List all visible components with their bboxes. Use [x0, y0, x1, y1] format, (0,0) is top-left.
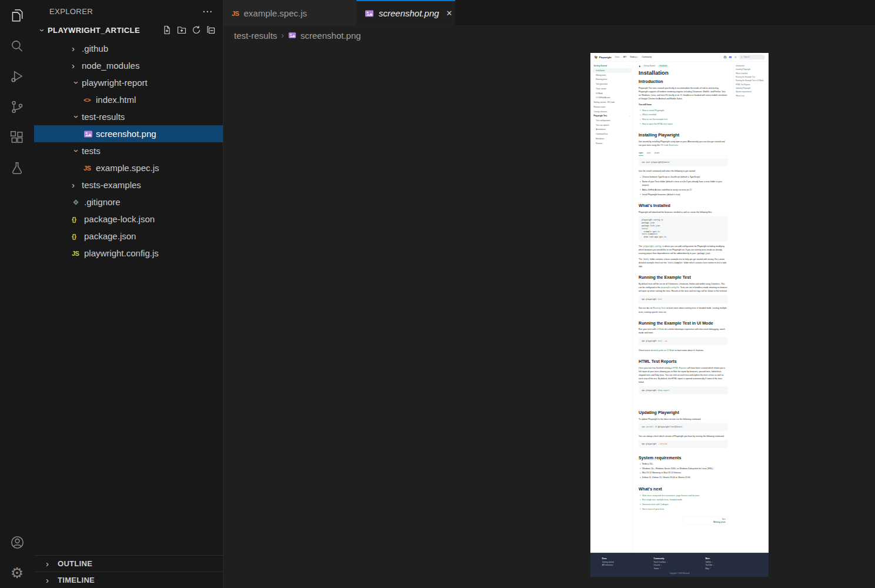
- docs-paragraph: Use the install command and select the f…: [639, 169, 728, 173]
- docs-nav-nodejs: Node.js ▾: [630, 56, 639, 58]
- footer-link: Blog↗: [705, 567, 757, 569]
- docs-paragraph: Get started by installing Playwright usi…: [639, 140, 728, 147]
- external-link-icon: ↗: [710, 567, 711, 569]
- refresh-icon[interactable]: [192, 25, 201, 35]
- footer-col-more: More GitHub↗ YouTube↗ Blog↗: [705, 557, 757, 571]
- outline-section[interactable]: › OUTLINE: [34, 555, 223, 572]
- docs-sidebar-item: Getting started - VS Code: [592, 100, 631, 104]
- file-label: .gitignore: [84, 197, 121, 207]
- external-link-icon: ↗: [660, 564, 662, 566]
- docs-heading-introduction: Introduction: [639, 79, 728, 84]
- tree-item-package-json[interactable]: {} package.json: [34, 228, 223, 245]
- html-file-icon: <>: [84, 96, 96, 103]
- close-icon[interactable]: ✕: [446, 9, 453, 18]
- code-block-npm-init: npm init playwright@latest: [639, 158, 728, 166]
- list-item: Choose between TypeScript or JavaScript …: [642, 175, 728, 179]
- tree-item-tests[interactable]: › tests: [34, 142, 223, 159]
- tab-screenshot-png[interactable]: screenshot.png ✕: [356, 0, 455, 25]
- new-file-icon[interactable]: [162, 25, 172, 35]
- file-label: playwright.config.js: [84, 248, 159, 258]
- folder-label: playwright-report: [82, 78, 148, 88]
- timeline-section[interactable]: › TIMELINE: [34, 572, 223, 588]
- breadcrumb-file[interactable]: screenshot.png: [300, 31, 361, 41]
- docs-heading-installing: Installing Playwright: [639, 133, 728, 138]
- workspace-row[interactable]: › PLAYWRIGHT_ARTICLE: [34, 22, 223, 38]
- inline-code: tests: [643, 258, 649, 260]
- search-icon: [741, 56, 743, 58]
- git-file-icon: [72, 198, 84, 206]
- footer-link: YouTube↗: [705, 564, 757, 566]
- toc-item: Updating Playwright: [736, 87, 765, 89]
- docs-sidebar-item: Trace viewer: [592, 86, 631, 91]
- image-file-icon: [288, 31, 296, 39]
- tree-item-gitignore[interactable]: .gitignore: [34, 193, 223, 211]
- tab-example-spec-js[interactable]: JS example.spec.js: [223, 0, 356, 25]
- file-label: screenshot.png: [96, 129, 156, 139]
- explorer-actions: [162, 25, 216, 35]
- footer-col-community: Community Stack Overflow↗ Discord↗ Twitt…: [654, 557, 706, 571]
- external-link-icon: ↗: [666, 561, 667, 563]
- docs-next-list: Write tests using web first assertions, …: [639, 493, 728, 510]
- docs-breadcrumb: › Getting Started › Installation: [639, 65, 728, 68]
- more-actions-icon[interactable]: ⋯: [202, 5, 212, 18]
- docs-brand: Playwright: [594, 55, 611, 59]
- tree-item-index-html[interactable]: <> index.html: [34, 91, 223, 108]
- tree-item-playwright-report[interactable]: › playwright-report: [34, 74, 223, 91]
- collapse-all-icon[interactable]: [206, 25, 216, 35]
- toc-item: System requirements: [736, 91, 765, 93]
- workspace-name: PLAYWRIGHT_ARTICLE: [48, 26, 162, 35]
- docs-link: UI Mode: [656, 328, 664, 330]
- chevron-down-icon: ›: [72, 112, 82, 122]
- docs-sidebar-category: Getting Started›: [592, 64, 631, 68]
- list-item: Windows 10+, Windows Server 2016+ or Win…: [642, 467, 728, 470]
- tree-item-playwright-config[interactable]: JS playwright.config.js: [34, 245, 223, 262]
- accounts-icon[interactable]: [0, 527, 34, 557]
- list-item: Run single test, multiple tests, headed …: [642, 498, 728, 502]
- toc-item: Introduction: [736, 65, 765, 67]
- extensions-icon[interactable]: [0, 122, 34, 153]
- folder-label: tests: [82, 146, 101, 156]
- docs-install-list: Choose between TypeScript or JavaScript …: [639, 175, 728, 196]
- external-link-icon: ↗: [660, 567, 661, 569]
- tree-item-example-spec[interactable]: JS example.spec.js: [34, 159, 223, 176]
- folder-label: node_modules: [82, 61, 139, 71]
- activity-bar: ⚙: [0, 0, 34, 588]
- footer-link: Discord↗: [654, 564, 706, 566]
- docs-toc: Introduction Installing Playwright What'…: [734, 62, 769, 553]
- explorer-icon[interactable]: [0, 0, 34, 31]
- settings-gear-icon[interactable]: ⚙: [0, 557, 34, 588]
- tree-item-github[interactable]: › .github: [34, 40, 223, 57]
- file-label: package-lock.json: [84, 214, 155, 224]
- explorer-header: EXPLORER ⋯: [34, 0, 223, 22]
- chevron-down-icon: ›: [629, 116, 631, 116]
- list-item: See a trace of your tests: [642, 507, 728, 510]
- discord-icon: [729, 56, 732, 58]
- source-control-icon[interactable]: [0, 92, 34, 122]
- docs-heading-updating: Updating Playwright: [639, 410, 728, 415]
- tab-pnpm: pnpm: [654, 151, 660, 156]
- json-file-icon: {}: [72, 233, 84, 240]
- breadcrumb-folder[interactable]: test-results: [234, 31, 277, 41]
- tree-item-screenshot-png[interactable]: screenshot.png: [34, 125, 223, 142]
- search-icon[interactable]: [0, 31, 34, 61]
- footer-copyright: Copyright © 2023 Microsoft: [602, 573, 757, 574]
- docs-paragraph: See our doc on Running Tests to learn mo…: [639, 306, 728, 313]
- docs-page: Playwright Docs API Node.js ▾ Community …: [590, 53, 769, 577]
- docs-paragraph: Playwright will download the browsers ne…: [639, 211, 728, 214]
- tree-item-node-modules[interactable]: › node_modules: [34, 57, 223, 74]
- tree-item-test-results[interactable]: › test-results: [34, 108, 223, 125]
- list-item: How to open the HTML test report: [642, 122, 728, 126]
- tree-item-package-lock[interactable]: {} package-lock.json: [34, 211, 223, 228]
- toc-item: What's next: [736, 95, 765, 97]
- code-block-file-tree: playwright.config.tspackage.jsonpackage-…: [639, 216, 728, 241]
- testing-icon[interactable]: [0, 153, 34, 183]
- tree-item-tests-examples[interactable]: › tests-examples: [34, 176, 223, 193]
- external-link-icon: ↗: [713, 564, 714, 566]
- chevron-right-icon: ›: [72, 44, 82, 54]
- run-debug-icon[interactable]: [0, 61, 34, 92]
- footer-link: Getting started: [602, 561, 654, 563]
- code-block-version: npx playwright --version: [639, 440, 728, 448]
- file-tree: › .github › node_modules › playwright-re…: [34, 40, 223, 262]
- new-folder-icon[interactable]: [177, 25, 186, 35]
- docs-sidebar-item: UI Mode: [592, 91, 631, 95]
